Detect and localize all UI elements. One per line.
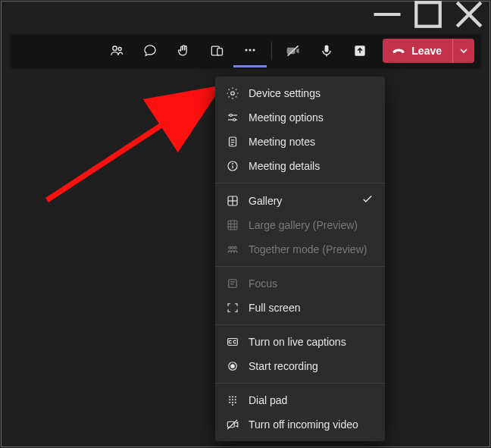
menu-item-label: Dial pad <box>249 394 374 406</box>
svg-point-45 <box>229 396 230 397</box>
menu-item-focus: Focus <box>215 271 385 296</box>
svg-point-51 <box>229 402 230 403</box>
svg-point-48 <box>229 399 230 400</box>
svg-point-4 <box>113 46 117 50</box>
svg-point-18 <box>230 114 232 117</box>
menu-item-label: Turn off incoming video <box>249 418 374 431</box>
info-icon <box>226 159 239 173</box>
svg-point-49 <box>232 399 233 400</box>
svg-point-46 <box>232 396 233 397</box>
check-icon <box>361 193 374 208</box>
chevron-down-icon <box>459 46 468 55</box>
menu-item-label: Focus <box>249 277 374 290</box>
participants-button[interactable] <box>100 36 133 66</box>
svg-point-37 <box>232 246 234 249</box>
more-actions-button[interactable] <box>233 35 267 67</box>
menu-separator <box>215 324 385 325</box>
focus-icon <box>226 277 239 290</box>
close-button[interactable] <box>453 3 485 26</box>
menu-item-device-settings[interactable]: Device settings <box>215 81 385 105</box>
cc-icon <box>226 335 239 349</box>
microphone-button[interactable] <box>310 36 343 66</box>
gear-icon <box>226 86 239 100</box>
camera-off-icon <box>286 43 301 58</box>
rooms-button[interactable] <box>200 36 233 66</box>
svg-point-9 <box>249 49 252 51</box>
maximize-icon <box>412 0 444 30</box>
menu-item-meeting-options[interactable]: Meeting options <box>215 105 385 130</box>
menu-item-dial-pad[interactable]: Dial pad <box>215 388 385 412</box>
svg-rect-7 <box>217 49 223 55</box>
large-gallery-icon <box>226 218 239 232</box>
menu-item-label: Turn on live captions <box>249 336 374 348</box>
microphone-icon <box>319 43 334 58</box>
minimize-icon <box>371 0 403 30</box>
menu-item-turn-off-incoming-video[interactable]: Turn off incoming video <box>215 412 385 437</box>
menu-item-start-recording[interactable]: Start recording <box>215 354 385 378</box>
app-window: Leave Device settings Mee <box>1 1 490 447</box>
menu-item-together-mode: Together mode (Preview) <box>215 237 385 262</box>
svg-point-5 <box>118 48 121 51</box>
menu-separator <box>215 266 385 267</box>
leave-label: Leave <box>411 45 442 57</box>
leave-button[interactable]: Leave <box>383 39 474 63</box>
camera-button[interactable] <box>277 36 310 66</box>
svg-point-53 <box>235 402 236 403</box>
menu-item-meeting-details[interactable]: Meeting details <box>215 154 385 178</box>
menu-separator <box>215 183 385 183</box>
minimize-button[interactable] <box>371 3 403 26</box>
svg-point-27 <box>233 164 233 164</box>
share-button[interactable] <box>343 36 377 66</box>
svg-point-16 <box>231 92 235 96</box>
together-icon <box>226 243 239 256</box>
menu-item-label: Meeting notes <box>249 136 374 148</box>
menu-item-label: Gallery <box>249 195 352 207</box>
title-bar <box>2 2 489 28</box>
toolbar-divider <box>271 42 272 60</box>
meeting-toolbar: Leave <box>11 34 480 67</box>
ellipsis-icon <box>242 42 258 58</box>
menu-item-label: Start recording <box>249 360 374 372</box>
reactions-button[interactable] <box>167 36 200 66</box>
video-off-icon <box>226 418 239 431</box>
svg-point-20 <box>233 119 236 121</box>
maximize-button[interactable] <box>412 3 444 26</box>
svg-point-47 <box>235 396 236 397</box>
svg-rect-55 <box>227 421 234 428</box>
svg-rect-31 <box>228 221 237 230</box>
menu-item-meeting-notes[interactable]: Meeting notes <box>215 130 385 154</box>
rooms-icon <box>209 43 224 58</box>
svg-point-44 <box>231 365 235 368</box>
menu-item-label: Large gallery (Preview) <box>249 219 374 231</box>
svg-point-54 <box>232 404 233 406</box>
svg-point-8 <box>246 49 248 51</box>
svg-point-50 <box>235 399 236 400</box>
more-actions-menu: Device settings Meeting options Meeting … <box>215 77 385 441</box>
hangup-icon <box>392 44 405 58</box>
svg-point-36 <box>229 246 231 249</box>
notes-icon <box>226 135 239 149</box>
menu-item-large-gallery: Large gallery (Preview) <box>215 213 385 237</box>
gallery-icon <box>226 194 239 208</box>
svg-point-52 <box>232 402 233 403</box>
menu-item-label: Together mode (Preview) <box>249 243 374 255</box>
svg-rect-39 <box>229 280 237 288</box>
svg-point-10 <box>253 49 255 51</box>
hand-icon <box>176 43 191 58</box>
svg-rect-1 <box>416 2 440 27</box>
menu-item-gallery[interactable]: Gallery <box>215 188 385 213</box>
svg-rect-12 <box>325 45 329 52</box>
menu-item-label: Meeting details <box>249 160 374 172</box>
close-icon <box>453 0 485 30</box>
annotation-arrow <box>44 82 233 203</box>
svg-point-38 <box>234 246 236 249</box>
chat-button[interactable] <box>133 36 167 66</box>
menu-item-full-screen[interactable]: Full screen <box>215 296 385 320</box>
sliders-icon <box>226 111 239 124</box>
menu-item-live-captions[interactable]: Turn on live captions <box>215 330 385 354</box>
leave-caret-button[interactable] <box>452 39 474 63</box>
menu-item-label: Device settings <box>249 87 374 99</box>
svg-line-15 <box>47 91 214 200</box>
chat-icon <box>142 43 158 58</box>
menu-item-label: Meeting options <box>249 111 374 124</box>
